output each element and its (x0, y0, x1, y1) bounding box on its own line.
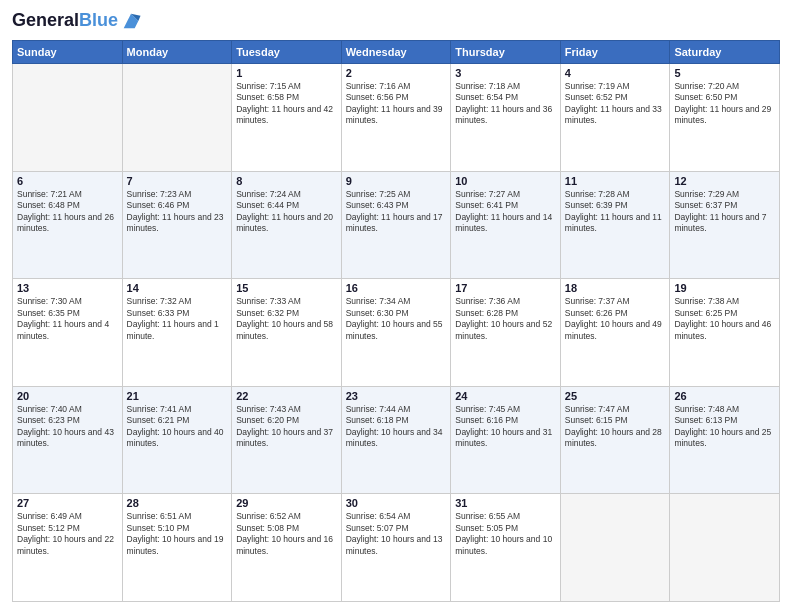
day-number: 31 (455, 497, 556, 509)
calendar-cell: 11Sunrise: 7:28 AM Sunset: 6:39 PM Dayli… (560, 171, 670, 279)
day-number: 8 (236, 175, 337, 187)
cell-info: Sunrise: 7:21 AM Sunset: 6:48 PM Dayligh… (17, 189, 118, 235)
calendar-cell (670, 494, 780, 602)
cell-info: Sunrise: 7:27 AM Sunset: 6:41 PM Dayligh… (455, 189, 556, 235)
calendar-cell: 30Sunrise: 6:54 AM Sunset: 5:07 PM Dayli… (341, 494, 451, 602)
cell-info: Sunrise: 7:40 AM Sunset: 6:23 PM Dayligh… (17, 404, 118, 450)
cell-info: Sunrise: 7:19 AM Sunset: 6:52 PM Dayligh… (565, 81, 666, 127)
logo: GeneralBlue (12, 10, 142, 32)
calendar: SundayMondayTuesdayWednesdayThursdayFrid… (12, 40, 780, 602)
day-number: 4 (565, 67, 666, 79)
day-number: 22 (236, 390, 337, 402)
day-number: 26 (674, 390, 775, 402)
day-number: 19 (674, 282, 775, 294)
calendar-cell: 19Sunrise: 7:38 AM Sunset: 6:25 PM Dayli… (670, 279, 780, 387)
calendar-cell: 9Sunrise: 7:25 AM Sunset: 6:43 PM Daylig… (341, 171, 451, 279)
day-number: 17 (455, 282, 556, 294)
calendar-cell: 18Sunrise: 7:37 AM Sunset: 6:26 PM Dayli… (560, 279, 670, 387)
cell-info: Sunrise: 6:51 AM Sunset: 5:10 PM Dayligh… (127, 511, 228, 557)
cell-info: Sunrise: 6:54 AM Sunset: 5:07 PM Dayligh… (346, 511, 447, 557)
day-number: 15 (236, 282, 337, 294)
cell-info: Sunrise: 7:38 AM Sunset: 6:25 PM Dayligh… (674, 296, 775, 342)
calendar-cell: 12Sunrise: 7:29 AM Sunset: 6:37 PM Dayli… (670, 171, 780, 279)
calendar-cell: 28Sunrise: 6:51 AM Sunset: 5:10 PM Dayli… (122, 494, 232, 602)
calendar-cell: 5Sunrise: 7:20 AM Sunset: 6:50 PM Daylig… (670, 64, 780, 172)
day-number: 21 (127, 390, 228, 402)
calendar-cell: 10Sunrise: 7:27 AM Sunset: 6:41 PM Dayli… (451, 171, 561, 279)
day-number: 11 (565, 175, 666, 187)
day-number: 25 (565, 390, 666, 402)
day-header-friday: Friday (560, 41, 670, 64)
calendar-cell: 17Sunrise: 7:36 AM Sunset: 6:28 PM Dayli… (451, 279, 561, 387)
day-header-sunday: Sunday (13, 41, 123, 64)
calendar-cell: 2Sunrise: 7:16 AM Sunset: 6:56 PM Daylig… (341, 64, 451, 172)
cell-info: Sunrise: 7:29 AM Sunset: 6:37 PM Dayligh… (674, 189, 775, 235)
calendar-cell: 6Sunrise: 7:21 AM Sunset: 6:48 PM Daylig… (13, 171, 123, 279)
cell-info: Sunrise: 7:15 AM Sunset: 6:58 PM Dayligh… (236, 81, 337, 127)
day-number: 16 (346, 282, 447, 294)
day-header-monday: Monday (122, 41, 232, 64)
calendar-cell: 13Sunrise: 7:30 AM Sunset: 6:35 PM Dayli… (13, 279, 123, 387)
day-header-wednesday: Wednesday (341, 41, 451, 64)
calendar-cell: 31Sunrise: 6:55 AM Sunset: 5:05 PM Dayli… (451, 494, 561, 602)
day-header-saturday: Saturday (670, 41, 780, 64)
cell-info: Sunrise: 7:18 AM Sunset: 6:54 PM Dayligh… (455, 81, 556, 127)
cell-info: Sunrise: 7:34 AM Sunset: 6:30 PM Dayligh… (346, 296, 447, 342)
cell-info: Sunrise: 7:43 AM Sunset: 6:20 PM Dayligh… (236, 404, 337, 450)
calendar-cell: 8Sunrise: 7:24 AM Sunset: 6:44 PM Daylig… (232, 171, 342, 279)
calendar-cell: 7Sunrise: 7:23 AM Sunset: 6:46 PM Daylig… (122, 171, 232, 279)
day-number: 12 (674, 175, 775, 187)
cell-info: Sunrise: 6:52 AM Sunset: 5:08 PM Dayligh… (236, 511, 337, 557)
day-number: 30 (346, 497, 447, 509)
calendar-cell (122, 64, 232, 172)
cell-info: Sunrise: 7:47 AM Sunset: 6:15 PM Dayligh… (565, 404, 666, 450)
calendar-cell (560, 494, 670, 602)
calendar-cell: 21Sunrise: 7:41 AM Sunset: 6:21 PM Dayli… (122, 386, 232, 494)
calendar-cell: 24Sunrise: 7:45 AM Sunset: 6:16 PM Dayli… (451, 386, 561, 494)
day-number: 20 (17, 390, 118, 402)
cell-info: Sunrise: 7:24 AM Sunset: 6:44 PM Dayligh… (236, 189, 337, 235)
day-number: 27 (17, 497, 118, 509)
day-number: 2 (346, 67, 447, 79)
cell-info: Sunrise: 7:20 AM Sunset: 6:50 PM Dayligh… (674, 81, 775, 127)
calendar-cell: 23Sunrise: 7:44 AM Sunset: 6:18 PM Dayli… (341, 386, 451, 494)
cell-info: Sunrise: 7:33 AM Sunset: 6:32 PM Dayligh… (236, 296, 337, 342)
day-header-thursday: Thursday (451, 41, 561, 64)
cell-info: Sunrise: 7:16 AM Sunset: 6:56 PM Dayligh… (346, 81, 447, 127)
day-number: 29 (236, 497, 337, 509)
cell-info: Sunrise: 7:41 AM Sunset: 6:21 PM Dayligh… (127, 404, 228, 450)
cell-info: Sunrise: 7:23 AM Sunset: 6:46 PM Dayligh… (127, 189, 228, 235)
calendar-cell: 22Sunrise: 7:43 AM Sunset: 6:20 PM Dayli… (232, 386, 342, 494)
calendar-cell: 15Sunrise: 7:33 AM Sunset: 6:32 PM Dayli… (232, 279, 342, 387)
cell-info: Sunrise: 7:28 AM Sunset: 6:39 PM Dayligh… (565, 189, 666, 235)
calendar-cell: 27Sunrise: 6:49 AM Sunset: 5:12 PM Dayli… (13, 494, 123, 602)
day-number: 23 (346, 390, 447, 402)
cell-info: Sunrise: 7:36 AM Sunset: 6:28 PM Dayligh… (455, 296, 556, 342)
day-number: 10 (455, 175, 556, 187)
day-number: 5 (674, 67, 775, 79)
calendar-cell: 14Sunrise: 7:32 AM Sunset: 6:33 PM Dayli… (122, 279, 232, 387)
cell-info: Sunrise: 7:44 AM Sunset: 6:18 PM Dayligh… (346, 404, 447, 450)
day-number: 14 (127, 282, 228, 294)
day-number: 6 (17, 175, 118, 187)
cell-info: Sunrise: 7:25 AM Sunset: 6:43 PM Dayligh… (346, 189, 447, 235)
cell-info: Sunrise: 6:55 AM Sunset: 5:05 PM Dayligh… (455, 511, 556, 557)
calendar-cell: 1Sunrise: 7:15 AM Sunset: 6:58 PM Daylig… (232, 64, 342, 172)
day-number: 28 (127, 497, 228, 509)
calendar-cell: 20Sunrise: 7:40 AM Sunset: 6:23 PM Dayli… (13, 386, 123, 494)
day-number: 3 (455, 67, 556, 79)
cell-info: Sunrise: 6:49 AM Sunset: 5:12 PM Dayligh… (17, 511, 118, 557)
cell-info: Sunrise: 7:48 AM Sunset: 6:13 PM Dayligh… (674, 404, 775, 450)
calendar-cell: 25Sunrise: 7:47 AM Sunset: 6:15 PM Dayli… (560, 386, 670, 494)
calendar-cell: 4Sunrise: 7:19 AM Sunset: 6:52 PM Daylig… (560, 64, 670, 172)
day-number: 13 (17, 282, 118, 294)
day-number: 9 (346, 175, 447, 187)
calendar-cell: 3Sunrise: 7:18 AM Sunset: 6:54 PM Daylig… (451, 64, 561, 172)
day-number: 24 (455, 390, 556, 402)
calendar-cell (13, 64, 123, 172)
calendar-cell: 29Sunrise: 6:52 AM Sunset: 5:08 PM Dayli… (232, 494, 342, 602)
calendar-cell: 16Sunrise: 7:34 AM Sunset: 6:30 PM Dayli… (341, 279, 451, 387)
day-number: 7 (127, 175, 228, 187)
logo-text: GeneralBlue (12, 11, 118, 31)
day-number: 18 (565, 282, 666, 294)
